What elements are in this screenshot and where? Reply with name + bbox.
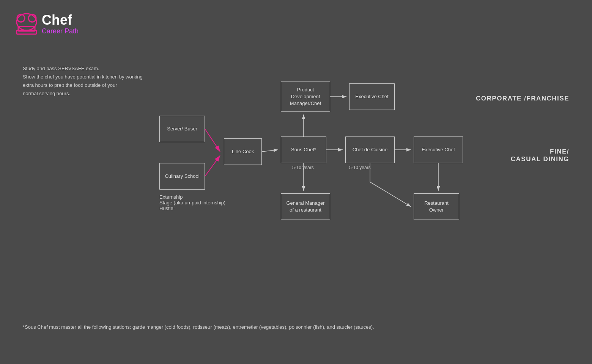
culinary-school-box: Culinary School (159, 163, 205, 190)
logo-chef-label: Chef (42, 13, 79, 28)
sous-chef-years-label: 5-10 years (292, 165, 314, 170)
chef-de-cuisine-box: Chef de Cuisine (345, 136, 395, 163)
sous-chef-box: Sous Chef* (281, 136, 326, 163)
fine-dining-label: FINE/ CASUAL DINING (511, 140, 569, 163)
externship-label: Externship Stage (aka un-paid internship… (159, 194, 225, 211)
corporate-label: CORPORATE /FRANCHISE (476, 95, 569, 102)
product-dev-box: Product Development Manager/Chef (281, 82, 330, 112)
arrows-svg (0, 0, 592, 364)
executive-chef-mid-box: Executive Chef (414, 136, 463, 163)
restaurant-owner-box: Restaurant Owner (414, 193, 459, 220)
header: Chef Career Path (15, 11, 79, 37)
svg-line-8 (205, 155, 220, 176)
logo-text: Chef Career Path (42, 13, 79, 35)
line-cook-box: Line Cook (224, 138, 262, 165)
footnote: *Sous Chef must master all the following… (23, 324, 374, 330)
intro-line1: Study and pass SERVSAFE exam. (23, 64, 143, 73)
intro-text: Study and pass SERVSAFE exam. Show the c… (23, 64, 143, 98)
svg-line-9 (262, 150, 278, 152)
intro-line2: Show the chef you have potential in kitc… (23, 73, 143, 81)
intro-line4: normal serving hours. (23, 89, 143, 98)
executive-chef-top-box: Executive Chef (349, 83, 395, 110)
general-manager-box: General Manager of a restaurant (281, 193, 330, 220)
svg-rect-4 (17, 30, 36, 34)
chef-hat-icon (15, 11, 38, 37)
intro-line3: extra hours to prep the food outside of … (23, 81, 143, 89)
svg-line-7 (205, 129, 220, 152)
server-buser-box: Server/ Buser (159, 116, 205, 142)
chef-de-cuisine-years-label: 5-10 years (349, 165, 371, 170)
logo-career-label: Career Path (42, 28, 79, 35)
